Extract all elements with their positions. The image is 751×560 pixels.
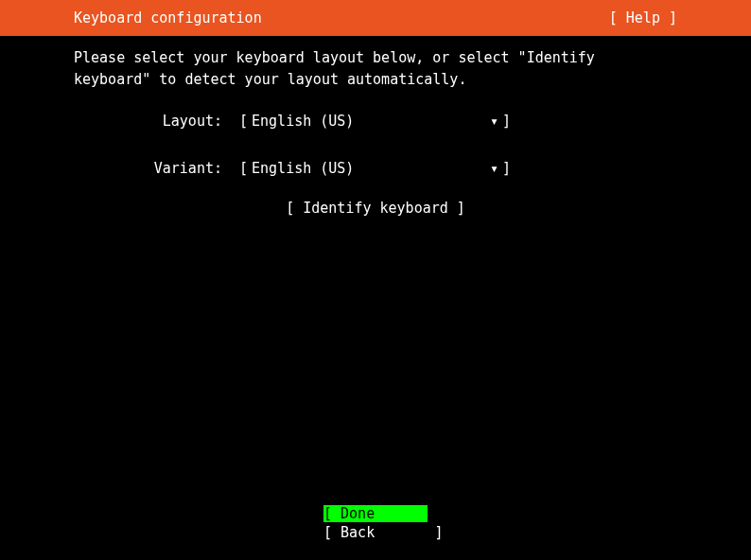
- variant-label: Variant:: [74, 160, 239, 177]
- content-area: Please select your keyboard layout below…: [0, 36, 751, 217]
- bracket-close-icon: ]: [502, 160, 511, 177]
- bracket-close-icon: ]: [502, 113, 511, 130]
- variant-row: Variant: [ English (US) ▾ ]: [74, 160, 677, 177]
- layout-row: Layout: [ English (US) ▾ ]: [74, 113, 677, 130]
- bracket-open-icon: [: [239, 160, 248, 177]
- header-bar: Keyboard configuration [ Help ]: [0, 0, 751, 36]
- bracket-open-icon: [: [239, 113, 248, 130]
- identify-row: [ Identify keyboard ]: [74, 200, 677, 217]
- layout-select[interactable]: [ English (US) ▾ ]: [239, 113, 511, 130]
- variant-value: English (US): [252, 160, 490, 177]
- identify-keyboard-button[interactable]: [ Identify keyboard ]: [286, 200, 465, 217]
- chevron-down-icon: ▾: [490, 160, 498, 177]
- help-button[interactable]: [ Help ]: [609, 9, 677, 26]
- page-title: Keyboard configuration: [74, 9, 262, 26]
- chevron-down-icon: ▾: [490, 113, 498, 130]
- layout-label: Layout:: [74, 113, 239, 130]
- variant-select[interactable]: [ English (US) ▾ ]: [239, 160, 511, 177]
- done-button[interactable]: [ Done ]: [323, 505, 428, 522]
- instruction-text: Please select your keyboard layout below…: [74, 47, 677, 90]
- back-button[interactable]: [ Back ]: [323, 524, 428, 541]
- layout-value: English (US): [252, 113, 490, 130]
- footer-actions: [ Done ] [ Back ]: [0, 505, 751, 541]
